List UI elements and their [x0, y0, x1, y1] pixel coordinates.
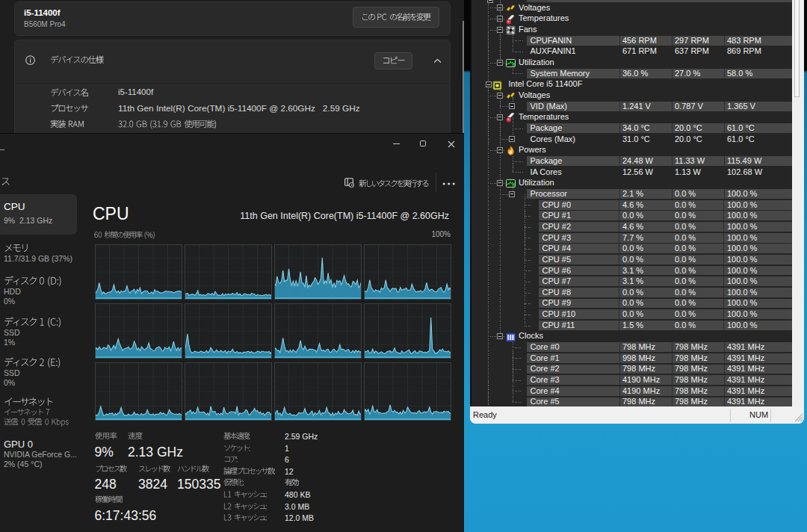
svg-text:%: %: [512, 64, 515, 67]
svg-text:%: %: [512, 184, 515, 188]
